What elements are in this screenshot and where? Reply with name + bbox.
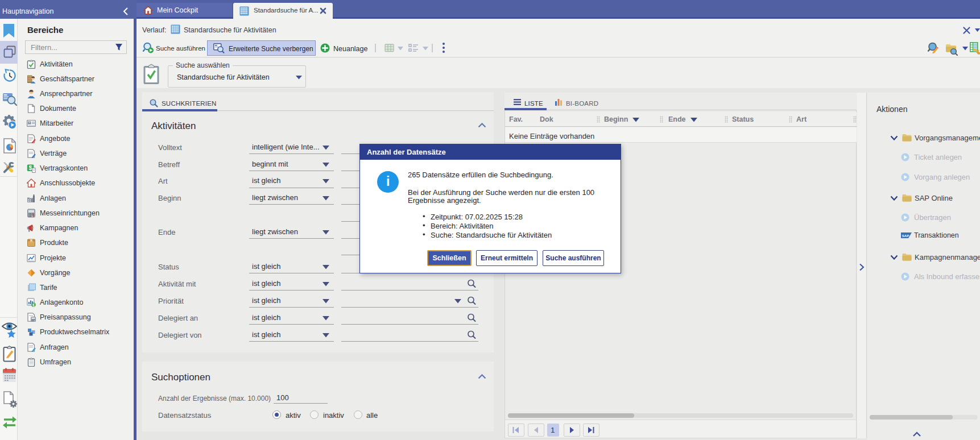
svg-text:€: €: [32, 303, 35, 307]
svg-text:$: $: [29, 165, 32, 171]
svg-text:SAP: SAP: [902, 234, 909, 238]
